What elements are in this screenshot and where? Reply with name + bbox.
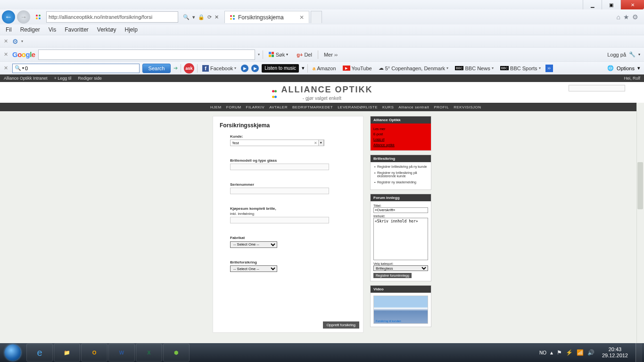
tray-speaker-icon[interactable]: 🔊 (587, 349, 594, 356)
menu-vis[interactable]: Vis (49, 26, 56, 33)
google-wrench-dd-icon[interactable]: ▾ (638, 52, 640, 57)
taskbar-excel-button[interactable]: X (136, 344, 162, 362)
nav-kurs[interactable]: KURS (382, 105, 394, 109)
kunde-dropdown-icon[interactable]: ▾ (318, 140, 324, 146)
nav-avtaler[interactable]: AVTALER (269, 105, 288, 109)
nav-leverandor[interactable]: LEVERANDØRLISTE (338, 105, 378, 109)
taskbar-explorer-button[interactable]: 📁 (54, 344, 80, 362)
kjopesum-input[interactable] (230, 217, 329, 223)
brillesikring-link-3[interactable]: Registrer ny skademelding (374, 181, 427, 184)
nav-forum[interactable]: FORUM (226, 105, 241, 109)
menu-favoritter[interactable]: Favoritter (65, 26, 89, 33)
brillemodell-input[interactable] (230, 164, 329, 170)
nav-sentralt[interactable]: Alliance sentralt (398, 105, 429, 109)
ask-logo-icon[interactable]: ask (184, 63, 194, 74)
weather-button[interactable]: ☁ 5° Copenhagen, Denmark▾ (377, 64, 450, 73)
home-icon[interactable]: ⌂ (617, 13, 620, 21)
ask-search-button[interactable]: Search (142, 64, 171, 73)
google-search-dd-icon[interactable]: ▾ (258, 52, 260, 57)
tray-network-icon[interactable]: 📶 (577, 349, 584, 356)
tools-icon[interactable]: ⚙ (632, 13, 638, 21)
toolbar1-swirl-icon[interactable]: ⚙ (12, 38, 18, 45)
listen-to-music-button[interactable]: Listen to music (262, 64, 299, 73)
nav-rekvisisjon[interactable]: REKVISISJON (454, 105, 481, 109)
youtube-button[interactable]: ▶ YouTube (341, 64, 374, 73)
nav-hjem[interactable]: HJEM (210, 105, 222, 109)
kunde-select[interactable]: Test ✕ ▾ (230, 140, 324, 146)
nav-filarkiv[interactable]: FILARKIV (246, 105, 265, 109)
tray-clock[interactable]: 20:43 29.12.2012 (598, 346, 632, 359)
tray-flag-icon[interactable]: ⚑ (557, 349, 562, 356)
menu-hjelp[interactable]: Hjelp (125, 26, 138, 33)
back-button[interactable]: ← (2, 10, 15, 24)
nav-profil[interactable]: PROFIL (434, 105, 449, 109)
bbcsports-button[interactable]: BBC BBC Sports▾ (498, 64, 543, 73)
intranet-edit-link[interactable]: Rediger side (78, 76, 102, 81)
refresh-button[interactable]: ⟳ (206, 14, 213, 20)
taskbar-word-button[interactable]: W (108, 344, 135, 362)
window-close-button[interactable]: ✕ (620, 0, 644, 9)
google-toolbar-close-icon[interactable]: ✕ (4, 51, 9, 58)
tab-close-icon[interactable]: ✕ (299, 14, 304, 21)
ask-more-button[interactable]: ›› (545, 65, 553, 72)
toolbar1-close-icon[interactable]: ✕ (4, 38, 9, 44)
menu-rediger[interactable]: Rediger (20, 26, 40, 33)
ask-options-button[interactable]: Options (617, 66, 635, 71)
window-minimize-button[interactable]: ▁ (583, 0, 602, 9)
red-link-epost[interactable]: E-post (373, 132, 428, 137)
search-dropdown-icon[interactable]: 🔍 (182, 14, 190, 20)
facebook-button[interactable]: f Facebook▾ (200, 64, 238, 73)
tray-power-icon[interactable]: ⚡ (566, 349, 573, 356)
media-next-icon[interactable]: ▶ (251, 65, 259, 72)
forum-register-button[interactable]: Registrer foruminnlegg (373, 273, 412, 278)
google-sok-button[interactable]: Søk▾ (266, 49, 291, 60)
address-bar[interactable]: http://allianceoptikk.no/intranet/forsik… (46, 11, 178, 23)
intranet-add-link[interactable]: + Legg til (54, 76, 72, 81)
serienummer-input[interactable] (230, 188, 329, 194)
amazon-button[interactable]: a Amazon (311, 64, 338, 73)
forum-kategori-select[interactable]: Brilleglass (373, 265, 428, 271)
opprett-forsikring-button[interactable]: Opprett forsikring (323, 321, 359, 329)
ask-search-input[interactable]: 🔍 ▾ 0 (12, 64, 140, 73)
browser-tab-active[interactable]: Forsikringsskjema ✕ (224, 11, 309, 23)
forum-innhold-textarea[interactable]: «Skriv innhold her» (373, 218, 428, 260)
scrollbar-thumb[interactable] (637, 162, 643, 209)
google-del-button[interactable]: g+ Del (294, 49, 315, 60)
taskbar-app-button[interactable]: ⬢ (163, 344, 190, 362)
brillesikring-link-2[interactable]: Registrer ny brillesikring på eksisteren… (374, 171, 427, 178)
google-wrench-icon[interactable]: 🔧 (629, 51, 636, 58)
listen-dd-icon[interactable]: ▾ (302, 65, 305, 71)
kunde-clear-icon[interactable]: ✕ (314, 141, 317, 145)
red-link-alliance[interactable]: Alliance optikk (373, 142, 428, 148)
tray-up-icon[interactable]: ▴ (550, 349, 553, 356)
intranet-title[interactable]: Alliance Optikk Intranet (4, 76, 48, 81)
taskbar-ie-button[interactable]: e (26, 344, 53, 362)
ask-options-dd-icon[interactable]: ▾ (637, 65, 640, 71)
forward-button[interactable]: → (17, 10, 30, 24)
ask-nav-icon[interactable]: ➔ (173, 65, 178, 71)
intranet-user[interactable]: Hei, Rolf (624, 76, 640, 81)
google-login-link[interactable]: Logg på (607, 52, 626, 58)
google-mer-button[interactable]: Mer ›› (321, 49, 340, 60)
new-tab-button[interactable] (311, 11, 322, 23)
toolbar1-dd-icon[interactable]: ▾ (21, 39, 23, 43)
red-link-loggut[interactable]: Logg ut (373, 137, 428, 142)
site-search-input[interactable] (569, 85, 625, 91)
brilleforsikring-select[interactable]: -- Select One -- (230, 265, 277, 272)
media-prev-icon[interactable]: ▶ (241, 65, 248, 72)
ask-toolbar-close-icon[interactable]: ✕ (4, 65, 9, 71)
menu-fil[interactable]: Fil (6, 26, 12, 33)
fabrikat-select[interactable]: -- Select One -- (230, 241, 277, 248)
stop-button[interactable]: ✕ (214, 14, 220, 20)
start-button[interactable] (0, 343, 25, 362)
show-desktop-button[interactable] (636, 343, 642, 362)
bbcnews-button[interactable]: BBC BBC News▾ (453, 64, 495, 73)
brillesikring-link-1[interactable]: Registrer brillesikring på ny kunde (374, 165, 427, 168)
video-thumbnail[interactable]: Forsikring til kunden (373, 296, 428, 324)
window-maximize-button[interactable]: ▣ (602, 0, 620, 9)
page-scrollbar[interactable] (636, 82, 644, 343)
nav-bedrift[interactable]: BEDRIFTMARKEDET (292, 105, 333, 109)
favorites-icon[interactable]: ★ (623, 13, 629, 21)
taskbar-outlook-button[interactable]: O (81, 344, 107, 362)
search-dd-icon[interactable]: ▾ (191, 14, 196, 20)
